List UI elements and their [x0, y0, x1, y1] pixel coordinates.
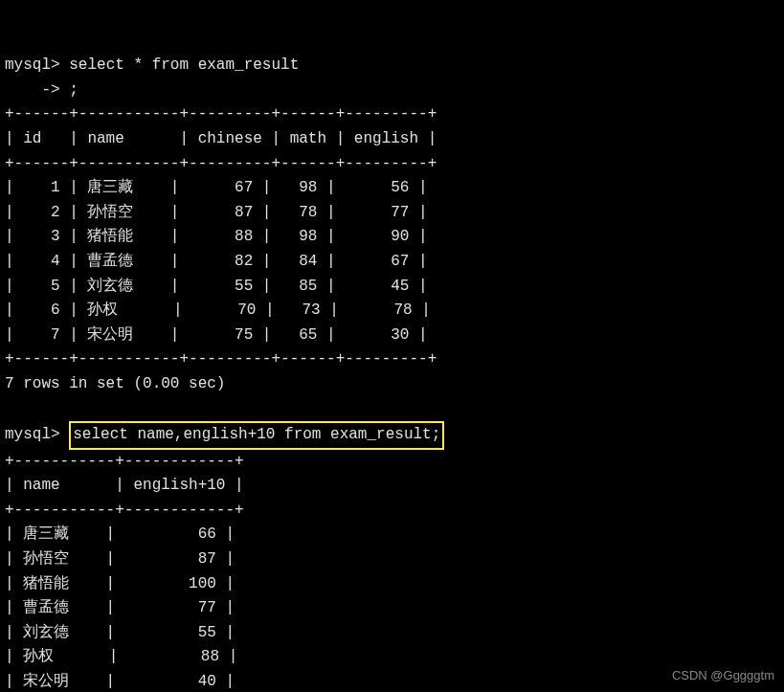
table2-row: | 曹孟德 | 77 |: [5, 599, 235, 616]
mysql-prompt: mysql>: [5, 56, 69, 74]
highlighted-query: select name,english+10 from exam_result;: [69, 421, 444, 450]
table2-sep-top: +-----------+------------+: [5, 453, 244, 470]
table2-row: | 宋公明 | 40 |: [5, 673, 235, 690]
table1-row: | 3 | 猪悟能 | 88 | 98 | 90 |: [5, 228, 428, 245]
table2-row: | 唐三藏 | 66 |: [5, 525, 235, 543]
sql-query-1-line2: ;: [69, 81, 78, 99]
table1-sep-mid: +------+-----------+---------+------+---…: [5, 155, 437, 172]
sql-query-1-line1: select * from exam_result: [69, 56, 299, 74]
table1-row: | 6 | 孙权 | 70 | 73 | 78 |: [5, 301, 431, 319]
table2-row: | 孙权 | 88 |: [5, 648, 237, 665]
table1-row: | 1 | 唐三藏 | 67 | 98 | 56 |: [5, 179, 428, 196]
table2-row: | 孙悟空 | 87 |: [5, 550, 235, 568]
table1-row: | 2 | 孙悟空 | 87 | 78 | 77 |: [5, 204, 428, 221]
table2-header: | name | english+10 |: [5, 477, 244, 494]
watermark: CSDN @Gggggtm: [672, 666, 774, 686]
table1-row: | 4 | 曹孟德 | 82 | 84 | 67 |: [5, 253, 428, 270]
mysql-prompt-continuation: ->: [5, 81, 69, 99]
table2-sep-mid: +-----------+------------+: [5, 502, 244, 519]
mysql-prompt: mysql>: [5, 426, 69, 443]
table1-sep-top: +------+-----------+---------+------+---…: [5, 105, 437, 123]
table2-row: | 猪悟能 | 100 |: [5, 575, 235, 592]
table1-row: | 7 | 宋公明 | 75 | 65 | 30 |: [5, 326, 428, 344]
table2-row: | 刘玄德 | 55 |: [5, 624, 235, 641]
table1-header: | id | name | chinese | math | english |: [5, 130, 437, 147]
table1-row: | 5 | 刘玄德 | 55 | 85 | 45 |: [5, 278, 428, 295]
sql-query-2: select name,english+10 from exam_result;: [73, 426, 440, 443]
table1-sep-bot: +------+-----------+---------+------+---…: [5, 350, 437, 368]
result-summary-1: 7 rows in set (0.00 sec): [5, 375, 225, 392]
